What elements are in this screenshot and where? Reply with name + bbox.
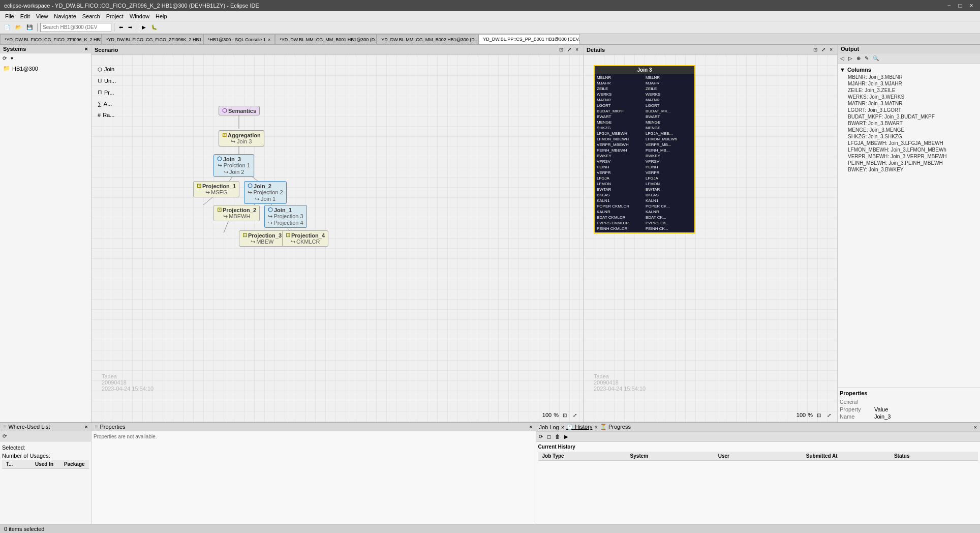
tab-1-label: *YD_DW.BL.FICO::CG_FICO_ZFI096K_2 HB1... — [106, 37, 203, 42]
maximize-button[interactable]: □ — [956, 1, 965, 10]
col-menge: MENGE: Join_3.MENGE — [840, 127, 978, 133]
tab-1[interactable]: *YD_DW.BL.FICO::CG_FICO_ZFI096K_2 HB1...… — [102, 34, 203, 44]
tab-2[interactable]: *HB1@300 - SQL Console 1 × — [203, 34, 275, 44]
projection4-node[interactable]: ⊡ Projection_4 ↪ CKMLCR — [282, 230, 328, 247]
columns-section-header[interactable]: ▼ Columns — [840, 66, 978, 74]
col-mblnr: MBLNR: Join_3.MBLNR — [840, 74, 978, 80]
tab-2-close[interactable]: × — [268, 37, 270, 42]
output-btn2[interactable]: ▷ — [847, 54, 854, 62]
col-lgort: LGORT: Join_3.LGORT — [840, 107, 978, 113]
toolbar-run[interactable]: ▶ — [140, 22, 148, 33]
details-panel: Details ⊡ ⤢ × Join 3 MBLNR MJAHR ZE — [584, 45, 838, 422]
systems-collapse-btn[interactable]: ▾ — [9, 54, 15, 62]
job-log-close[interactable]: × — [974, 424, 977, 430]
join3-row-25: KALNR — [597, 209, 644, 215]
join1-title: ⬡ Join_1 — [268, 206, 303, 213]
scenario-close-btn[interactable]: × — [574, 46, 580, 53]
details-expand-btn[interactable]: ⤢ — [820, 46, 827, 53]
nav-proj[interactable]: ⊓ Pr... — [96, 88, 118, 97]
output-properties-section: Properties General Property Value Name J… — [838, 388, 980, 422]
tab-0[interactable]: *YD_DW.BL.FICO::CG_FICO_ZFI096_K_2 HB1..… — [0, 34, 102, 44]
tab-3[interactable]: *YD_DW.BL.MM::CG_MM_B001 HB1@300 (D... × — [275, 34, 377, 44]
tab-4[interactable]: YD_DW.BL.MM::CG_MM_B002 HB1@300 (D... × — [377, 34, 478, 44]
col-werks: WERKS: Join_3.WERKS — [840, 94, 978, 100]
projection2-node[interactable]: ⊡ Projection_2 ↪ MBEWH — [213, 205, 260, 221]
semantics-icon: ⬡ — [222, 107, 227, 114]
where-used-table-header: T... Used In Package — [2, 460, 89, 469]
toolbar-btn2[interactable]: ➡ — [126, 22, 134, 33]
projection4-title: ⊡ Projection_4 — [286, 232, 325, 239]
join3-rrow-15: BWKEY — [646, 153, 692, 159]
join3-rrow-23: KALN1 — [646, 198, 692, 203]
nav-join[interactable]: ⬡ Join — [96, 65, 118, 73]
minimize-button[interactable]: − — [944, 1, 954, 10]
menu-navigate[interactable]: Navigate — [51, 12, 79, 20]
menu-window[interactable]: Window — [127, 12, 152, 20]
details-zoom-expand-btn[interactable]: ⤢ — [825, 410, 833, 420]
watermark1-line2: 20090418 — [102, 379, 154, 386]
output-btn4[interactable]: ✎ — [863, 54, 870, 62]
scenario-title: Scenario — [95, 47, 118, 53]
projection1-node[interactable]: ⊡ Projection_1 ↪ MSEG — [193, 181, 239, 197]
job-log-btn4[interactable]: ▶ — [563, 433, 570, 440]
semantics-node[interactable]: ⬡ Semantics — [219, 106, 260, 115]
details-fit-btn[interactable]: ⊡ — [812, 46, 819, 53]
tab-5-active[interactable]: YD_DW.BL.PP::CS_PP_B001 HB1@300 (DEV... … — [478, 34, 580, 44]
name-value: Join_3 — [874, 413, 891, 420]
where-used-btn1[interactable]: ⟳ — [1, 432, 8, 440]
systems-refresh-btn[interactable]: ⟳ — [1, 54, 8, 62]
output-btn3[interactable]: ⊕ — [855, 54, 862, 62]
progress-icon: ⏳ — [600, 424, 607, 430]
menu-search[interactable]: Search — [79, 12, 103, 20]
agg-icon: ∑ — [98, 101, 102, 107]
join3-row-7: BUDAT_MKPF — [597, 108, 644, 114]
join3-node[interactable]: ⬡ Join_3 ↪ Proiction 1 ↪ Join 2 — [213, 154, 254, 177]
systems-close-icon[interactable]: × — [85, 46, 88, 52]
close-button[interactable]: × — [967, 1, 976, 10]
aggregation-node[interactable]: ⊡ Aggregation ↪ Join 3 — [219, 130, 264, 146]
join2-node[interactable]: ⬡ Join_2 ↪ Projection 2 ↪ Join 1 — [244, 181, 287, 204]
history-tab[interactable]: 🕐 History — [566, 424, 592, 430]
menu-file[interactable]: File — [2, 12, 17, 20]
nav-rank[interactable]: # Ra... — [96, 111, 118, 119]
projection3-node[interactable]: ⊡ Projection_3 ↪ MBEW — [239, 230, 285, 247]
systems-tree-node[interactable]: 📁 HB1@300 — [1, 64, 90, 73]
toolbar-open[interactable]: 📂 — [13, 22, 23, 33]
scenario-panel: Scenario ⊡ ⤢ × ⬡ Join ⊔ Un... — [91, 45, 584, 422]
nav-agg[interactable]: ∑ A... — [96, 100, 118, 108]
join1-node[interactable]: ⬡ Join_1 ↪ Projection 3 ↪ Projection 4 — [264, 205, 307, 228]
toolbar-new[interactable]: 📄 — [2, 22, 12, 33]
toolbar-save[interactable]: 💾 — [24, 22, 35, 33]
job-log-btn3[interactable]: 🗑 — [554, 433, 562, 440]
scenario-expand-btn[interactable]: ⤢ — [566, 46, 573, 53]
join3-rrow-27: PVPRS CK... — [646, 220, 692, 226]
join3-row-27: PVPRS CKMLCR — [597, 220, 644, 226]
menu-edit[interactable]: Edit — [17, 12, 33, 20]
join3-row-1: MBLNR — [597, 75, 644, 80]
where-used-close[interactable]: × — [85, 424, 88, 430]
usages-label: Number of Usages: — [2, 452, 89, 460]
details-zoom-fit-btn[interactable]: ⊡ — [815, 410, 823, 420]
tab-4-label: YD_DW.BL.MM::CG_MM_B002 HB1@300 (D... — [381, 37, 478, 42]
scenario-fit-btn[interactable]: ⊡ — [558, 46, 565, 53]
toolbar-search-input[interactable] — [40, 23, 111, 32]
menu-project[interactable]: Project — [103, 12, 127, 20]
join3-detail-box[interactable]: Join 3 MBLNR MJAHR ZEILE WERKS MATNR LGO… — [594, 65, 695, 233]
output-btn5[interactable]: 🔍 — [871, 54, 880, 62]
progress-tab[interactable]: ⏳ Progress — [600, 424, 631, 430]
toolbar-btn1[interactable]: ⬅ — [117, 22, 125, 33]
toolbar-debug[interactable]: 🐛 — [149, 22, 159, 33]
join3-right-cols: MBLNR MJAHR ZEILE WERKS MATNR LGORT BUDA… — [645, 75, 693, 231]
menu-view[interactable]: View — [33, 12, 51, 20]
zoom-expand-btn[interactable]: ⤢ — [571, 410, 579, 420]
nav-union[interactable]: ⊔ Un... — [96, 76, 118, 85]
job-log-btn1[interactable]: ⟳ — [537, 433, 544, 440]
job-log-btn2[interactable]: ◻ — [545, 433, 553, 440]
zoom-fit-btn[interactable]: ⊡ — [561, 410, 569, 420]
properties-panel-close[interactable]: × — [529, 424, 532, 430]
details-close-btn[interactable]: × — [828, 46, 834, 53]
menu-help[interactable]: Help — [152, 12, 170, 20]
col-shkzg: SHKZG: Join_3.SHKZG — [840, 133, 978, 140]
toolbar-sep3 — [137, 23, 137, 32]
output-btn1[interactable]: ◁ — [839, 54, 846, 62]
